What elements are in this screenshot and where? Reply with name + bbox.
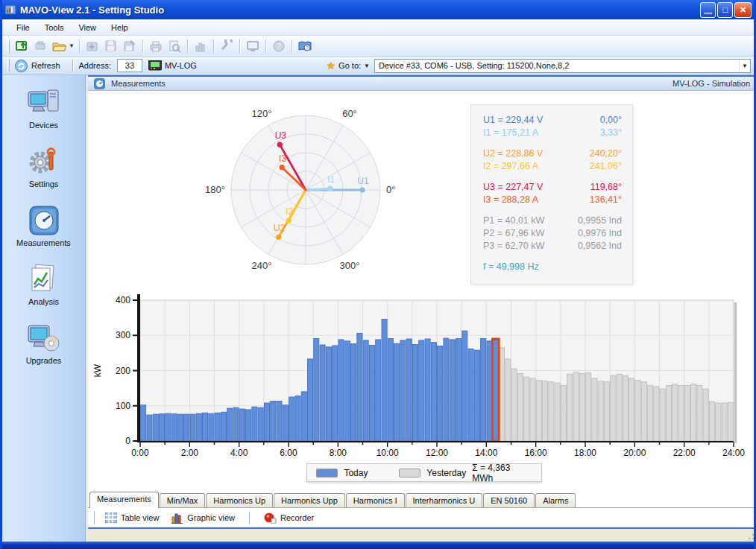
svg-text:I2: I2 [286, 206, 293, 217]
menu-tools[interactable]: Tools [38, 21, 71, 34]
resize-grip[interactable] [746, 531, 755, 540]
chart-bar [141, 405, 146, 441]
chart-bar [271, 402, 276, 441]
chart-bar [412, 345, 418, 441]
refresh-label: Refresh [31, 61, 60, 70]
save-icon [103, 38, 119, 54]
svg-text:180°: 180° [205, 184, 225, 195]
goto-label[interactable]: Go to: [338, 61, 361, 70]
graphic-view-label: Graphic view [187, 513, 235, 522]
analysis-icon [28, 264, 60, 295]
tab-en-50160[interactable]: EN 50160 [483, 493, 535, 507]
reading-row: P1 = 40,01 kW0,9955 Ind [483, 215, 622, 227]
device-combobox[interactable]: Device #33, COM6 - USB, Setting: 115200,… [374, 59, 751, 73]
svg-text:20:00: 20:00 [623, 448, 646, 458]
chart-bar [505, 359, 511, 441]
chart-bar [363, 340, 368, 441]
chart-bar [684, 385, 690, 441]
panel-header: Measurements MV-LOG - Simulation [88, 75, 756, 91]
reading-row: I3 = 288,28 A136,41° [483, 194, 622, 206]
chart-bar [666, 385, 671, 441]
connect-icon[interactable] [14, 38, 31, 54]
chart-bar [536, 381, 541, 441]
chart-bar [481, 339, 486, 441]
devices-icon [27, 87, 61, 118]
address-input[interactable]: 33 [117, 59, 142, 72]
chart-bar [209, 413, 214, 441]
combo-dropdown-icon[interactable]: ▼ [739, 60, 750, 72]
tab-harmonics-up[interactable]: Harmonics Up [206, 493, 273, 507]
svg-text:18:00: 18:00 [574, 448, 596, 458]
chart-bar [598, 381, 603, 441]
tab-min-max[interactable]: Min/Max [160, 493, 206, 507]
today-swatch [316, 469, 338, 477]
menu-bar: File Tools View Help [2, 19, 754, 36]
svg-text:300°: 300° [340, 260, 360, 271]
svg-text:14:00: 14:00 [475, 448, 497, 458]
maximize-button[interactable]: □ [717, 2, 733, 18]
chart-bar [543, 381, 548, 441]
chart-bar [641, 382, 646, 441]
svg-text:U3: U3 [275, 130, 287, 141]
reading-row: I1 = 175,21 A3,33° [483, 127, 622, 139]
sidebar-item-analysis[interactable]: Analysis [2, 264, 85, 306]
chart-bar [579, 373, 585, 441]
chart-bar [728, 402, 733, 441]
sidebar-item-label: Measurements [16, 238, 71, 247]
chart-bar [635, 381, 640, 441]
chart-bar [474, 350, 479, 441]
manual-icon[interactable]: ? [297, 38, 313, 54]
tab-alarms[interactable]: Alarms [535, 493, 576, 507]
chart-bar [549, 382, 554, 441]
menu-view[interactable]: View [72, 21, 103, 34]
tab-harmonics-upp[interactable]: Harmonics Upp [274, 493, 345, 507]
reading-group: U2 = 228,86 V240,20°I2 = 297,66 A241,06° [483, 147, 622, 173]
sidebar-item-settings[interactable]: Settings [2, 146, 85, 188]
svg-text:24:00: 24:00 [722, 448, 745, 458]
title-bar[interactable]: MAVO-View 2.1 - Setting Studio — □ ✕ [0, 0, 756, 19]
chart-bar [555, 383, 560, 441]
tab-harmonics-i[interactable]: Harmonics I [346, 493, 405, 507]
svg-text:I1: I1 [327, 174, 335, 185]
graphic-view-button[interactable]: Graphic view [167, 511, 239, 525]
device-mode-label: MV-LOG - Simulation [672, 79, 750, 88]
chart-bar [190, 414, 195, 441]
refresh-button[interactable]: Refresh [12, 58, 66, 74]
chart-bar [314, 339, 319, 441]
chart-bar [227, 408, 233, 441]
tab-interharmonics-u[interactable]: Interharmonics U [406, 493, 483, 507]
svg-text:300: 300 [116, 330, 130, 340]
main-toolbar: ▼ ? [2, 36, 754, 57]
chart-bar [716, 403, 721, 441]
chart-bar [524, 377, 529, 441]
chart-bar [493, 340, 498, 441]
chart-bar [382, 320, 387, 441]
open-icon[interactable] [51, 38, 68, 54]
reading-group: U1 = 229,44 V0,00°I1 = 175,21 A3,33° [483, 114, 622, 139]
sidebar-item-devices[interactable]: Devices [2, 87, 85, 130]
sidebar-item-upgrades[interactable]: Upgrades [2, 323, 85, 365]
device-button[interactable]: MV-LOG [148, 60, 197, 71]
menu-file[interactable]: File [10, 21, 37, 34]
svg-text:I3: I3 [279, 153, 286, 164]
sidebar-item-measurements[interactable]: Measurements [2, 205, 85, 247]
chart-bar [357, 333, 362, 441]
chart-bar [283, 405, 288, 441]
goto-dropdown-icon[interactable]: ▼ [364, 63, 370, 69]
table-view-button[interactable]: Table view [101, 511, 163, 524]
chart-bar [517, 373, 523, 441]
chart-bar [320, 345, 325, 441]
svg-text:?: ? [277, 42, 281, 51]
svg-text:22:00: 22:00 [673, 448, 696, 458]
recorder-button[interactable]: Recorder [259, 511, 318, 525]
minimize-button[interactable]: — [700, 2, 716, 18]
tab-measurements[interactable]: Measurements [89, 492, 159, 508]
graphic-view-icon [171, 512, 183, 524]
reading-group: f = 49,998 Hz [483, 261, 622, 273]
open-dropdown-icon[interactable]: ▼ [69, 42, 75, 49]
favorites-star-icon: ★ [327, 60, 336, 72]
close-button[interactable]: ✕ [734, 2, 752, 18]
panel-gauge-icon [94, 78, 105, 89]
help-icon: ? [271, 38, 287, 54]
menu-help[interactable]: Help [104, 21, 135, 34]
